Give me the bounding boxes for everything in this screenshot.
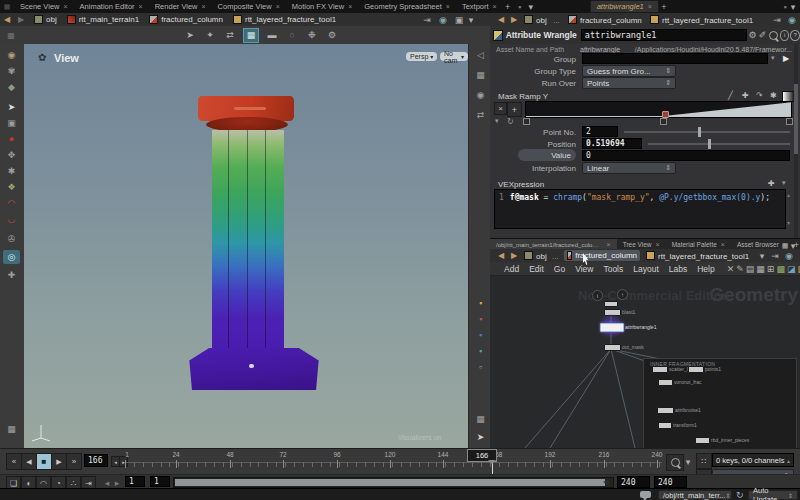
slider-handle[interactable] bbox=[708, 139, 711, 149]
close-icon[interactable]: × bbox=[276, 3, 280, 10]
snap-grid-icon[interactable]: ▦ bbox=[472, 412, 489, 426]
pointer-mode-icon[interactable]: ➤ bbox=[472, 430, 489, 444]
network-node[interactable] bbox=[688, 366, 704, 373]
close-icon[interactable]: × bbox=[139, 3, 143, 10]
ramp-collapse-icon[interactable]: ▾ bbox=[495, 117, 499, 125]
cook-indicator-icon[interactable]: ◉ bbox=[782, 249, 796, 262]
point-no-slider[interactable] bbox=[624, 131, 790, 133]
close-icon[interactable]: × bbox=[493, 3, 497, 10]
range-slider[interactable] bbox=[173, 477, 614, 488]
new-tab-icon[interactable]: + bbox=[659, 0, 669, 13]
menu-view[interactable]: View bbox=[575, 264, 593, 274]
interpolation-dropdown[interactable]: Linear⇕ bbox=[582, 162, 676, 174]
chevron-down-icon[interactable]: ▾ bbox=[684, 455, 692, 468]
range-end2-field[interactable] bbox=[654, 476, 687, 488]
forward-icon[interactable]: ▶ bbox=[507, 13, 521, 26]
brush-icon[interactable]: ✐ bbox=[758, 29, 768, 42]
parameter-scrollbar[interactable] bbox=[794, 44, 798, 238]
badge-yellow-icon[interactable]: ▪ bbox=[472, 296, 489, 310]
group-action-icon[interactable]: ▶ bbox=[783, 54, 789, 63]
camera-selector[interactable]: No cam▾ bbox=[440, 52, 468, 61]
pin-icon[interactable]: ⇥ bbox=[420, 13, 434, 26]
link-views-icon[interactable]: ⇄ bbox=[472, 108, 489, 122]
cook-indicator-icon[interactable]: ◉ bbox=[785, 13, 799, 26]
path-obj[interactable]: obj bbox=[536, 16, 547, 25]
display-options-icon[interactable]: ⚙ bbox=[325, 29, 339, 42]
info-icon[interactable]: i bbox=[780, 30, 790, 41]
hand-tool-icon[interactable]: ✚ bbox=[3, 268, 20, 282]
tab-motion-fx-view[interactable]: Motion FX View× bbox=[286, 0, 358, 13]
stop-button[interactable]: ■ bbox=[36, 453, 52, 470]
current-frame-field[interactable] bbox=[84, 454, 108, 467]
group-field[interactable] bbox=[582, 53, 768, 64]
menu-go[interactable]: Go bbox=[554, 264, 565, 274]
orbit-tool-icon[interactable]: ◎ bbox=[3, 250, 20, 264]
close-icon[interactable]: × bbox=[721, 241, 725, 248]
ramp-point-marker[interactable] bbox=[662, 111, 669, 118]
network-node[interactable] bbox=[652, 366, 668, 373]
menu-layout[interactable]: Layout bbox=[633, 264, 659, 274]
path-ellipsis[interactable]: ... bbox=[552, 252, 559, 261]
ramp-curve-icon[interactable]: ↷ bbox=[756, 91, 763, 100]
move-tool-icon[interactable]: ✥ bbox=[3, 148, 20, 162]
back-icon[interactable]: ◀ bbox=[494, 13, 508, 26]
ramp-cycle-icon[interactable]: ↻ bbox=[507, 117, 514, 126]
ramp-graph[interactable] bbox=[525, 101, 792, 118]
update-mode-dropdown[interactable]: Auto Update⇕ bbox=[748, 490, 798, 500]
network-node[interactable] bbox=[604, 301, 618, 307]
path-obj[interactable]: obj bbox=[536, 252, 547, 261]
net-list-icon[interactable]: ▤ bbox=[746, 262, 755, 275]
run-over-dropdown[interactable]: Points⇕ bbox=[582, 77, 676, 89]
ramp-handle[interactable] bbox=[523, 118, 530, 125]
ragdoll-a-tool-icon[interactable]: ◠ bbox=[3, 196, 20, 210]
network-node[interactable] bbox=[695, 437, 710, 444]
network-node[interactable] bbox=[604, 344, 621, 351]
ramp-add-point-button[interactable]: + bbox=[507, 102, 522, 117]
path-obj[interactable]: obj bbox=[46, 15, 57, 24]
network-node[interactable] bbox=[657, 407, 674, 414]
ramp-delete-point-button[interactable]: × bbox=[494, 102, 507, 115]
close-icon[interactable]: × bbox=[63, 3, 67, 10]
net-layout-icon[interactable]: ⊞ bbox=[767, 262, 775, 275]
render-region-icon[interactable]: ○ bbox=[285, 29, 299, 42]
position-slider[interactable] bbox=[648, 143, 790, 145]
node-name-field[interactable] bbox=[581, 29, 748, 41]
go-to-end-button[interactable]: » bbox=[66, 453, 82, 470]
network-node[interactable] bbox=[658, 422, 672, 429]
net-color-icon[interactable]: ◪ bbox=[787, 262, 796, 275]
range-start-field[interactable] bbox=[125, 476, 145, 487]
path-rtt-layered-fracture-tool1[interactable]: rtt_layered_fracture_tool1 bbox=[245, 15, 336, 24]
path-fractured-column-highlight[interactable]: fractured_column bbox=[564, 250, 640, 261]
flipbook-icon[interactable]: ▬ bbox=[265, 29, 279, 42]
magnifier-icon[interactable] bbox=[768, 29, 779, 42]
grid-toggle-icon[interactable]: ▦ bbox=[472, 68, 489, 82]
network-canvas[interactable]: Geometry Non-Commercial Edition INNER FR… bbox=[490, 276, 800, 448]
path-fractured-column[interactable]: fractured_column bbox=[161, 15, 223, 24]
linked-pane-icon[interactable]: ▣ bbox=[452, 13, 466, 26]
pin-icon[interactable]: ⇥ bbox=[770, 13, 784, 26]
back-icon[interactable]: ◀ bbox=[0, 13, 14, 26]
group-type-dropdown[interactable]: Guess from Gro...⇕ bbox=[582, 65, 676, 77]
timeline-zoom-icon[interactable] bbox=[666, 454, 684, 471]
tab-geometry-spreadsheet[interactable]: Geometry Spreadsheet× bbox=[358, 0, 456, 13]
node-info-badge-icon[interactable]: i bbox=[592, 290, 603, 301]
range-slider-end-handle[interactable] bbox=[603, 479, 609, 485]
ramp-add-point-icon[interactable]: ✚ bbox=[742, 91, 749, 100]
tab-composite-view[interactable]: Composite View× bbox=[212, 0, 286, 13]
close-icon[interactable]: × bbox=[607, 241, 611, 248]
net-grid-icon[interactable]: ▦ bbox=[756, 262, 765, 275]
tab-attribwrangle1[interactable]: attribwrangle1× bbox=[590, 0, 659, 13]
point-no-field[interactable] bbox=[582, 126, 618, 137]
network-node[interactable] bbox=[658, 379, 673, 386]
net-display-icon[interactable]: ▩ bbox=[776, 262, 785, 275]
position-field[interactable] bbox=[582, 138, 642, 149]
back-icon[interactable]: ◀ bbox=[494, 249, 508, 262]
close-icon[interactable]: × bbox=[446, 3, 450, 10]
new-tab-icon[interactable]: + bbox=[503, 0, 513, 13]
path-fractured-column[interactable]: fractured_column bbox=[580, 16, 642, 25]
paint-tool-icon[interactable]: ✇ bbox=[3, 232, 20, 246]
net-tools-icon[interactable]: ✕ bbox=[727, 262, 735, 275]
keyframe-icon-button[interactable]: ∷ bbox=[696, 453, 712, 469]
material-icon[interactable]: ❉ bbox=[305, 29, 319, 42]
menu-add[interactable]: Add bbox=[504, 264, 519, 274]
